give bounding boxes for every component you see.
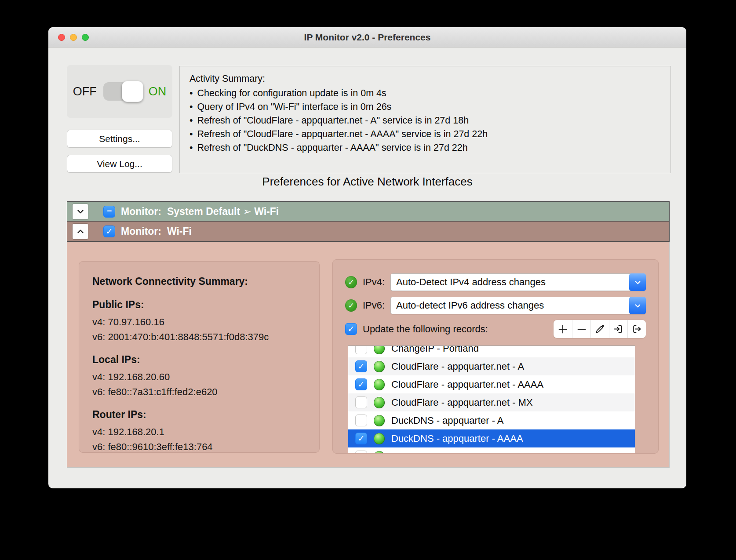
export-records-button[interactable] — [627, 320, 646, 338]
minimize-button[interactable] — [70, 34, 77, 41]
record-row[interactable]: CloudFlare - appquarter.net - AAAA — [348, 375, 635, 393]
record-row[interactable]: DuckDNS - appquarter - A — [348, 411, 635, 429]
zoom-button[interactable] — [82, 34, 89, 41]
wifi-preferences-panel: Network Connectivity Summary: Public IPs… — [67, 242, 670, 468]
record-label: CloudFlare - appquarter.net - A — [391, 361, 524, 372]
status-orb-icon — [374, 345, 385, 354]
status-orb-icon — [374, 379, 385, 390]
power-switch[interactable] — [103, 82, 142, 101]
switch-knob-icon[interactable] — [122, 81, 143, 102]
public-ipv4: v4: 70.97.160.16 — [92, 315, 308, 330]
record-label: ChangeIP - Portland — [391, 345, 479, 354]
settings-button[interactable]: Settings... — [67, 130, 172, 148]
public-ips-label: Public IPs: — [92, 299, 308, 311]
summary-title: Network Connectivity Summary: — [92, 276, 308, 287]
ipv4-method-select[interactable]: Auto-Detect IPv4 address changes — [390, 273, 646, 291]
router-ipv6: v6: fe80::9610:3eff:fe13:764 — [92, 440, 308, 455]
update-records-checkbox[interactable]: ✓ — [345, 323, 357, 335]
monitor-checkbox[interactable] — [103, 206, 115, 218]
import-records-button[interactable] — [609, 320, 627, 338]
view-log-button[interactable]: View Log... — [67, 155, 172, 173]
ipv6-method-select[interactable]: Auto-detect IPv6 address changes — [390, 297, 646, 314]
local-ipv4: v4: 192.168.20.60 — [92, 370, 308, 385]
dropdown-arrow-button[interactable] — [629, 273, 646, 291]
record-checkbox[interactable] — [355, 396, 367, 408]
power-toggle-group: OFF ON — [67, 65, 172, 118]
record-label: DuckDNS - appquarter - A — [391, 415, 504, 426]
edit-record-button[interactable] — [590, 320, 609, 338]
monitor-checkbox[interactable] — [103, 225, 115, 237]
record-row[interactable]: DynDNS - Portland — [348, 447, 635, 453]
chevron-down-icon — [634, 302, 642, 310]
add-record-button[interactable] — [554, 320, 572, 338]
interface-table: Monitor: System Default ➢ Wi-Fi Monitor:… — [67, 201, 670, 468]
title-bar: IP Monitor v2.0 - Preferences — [48, 27, 686, 47]
close-button[interactable] — [58, 34, 65, 41]
dropdown-arrow-button[interactable] — [629, 297, 646, 314]
ipv4-status-ok-icon — [345, 276, 357, 288]
record-label: DynDNS - Portland — [391, 451, 474, 454]
monitor-row-system-default[interactable]: Monitor: System Default ➢ Wi-Fi — [67, 202, 669, 222]
monitor-headers: Monitor: System Default ➢ Wi-Fi Monitor:… — [67, 201, 670, 242]
record-label: CloudFlare - appquarter.net - MX — [391, 397, 533, 408]
record-row[interactable]: CloudFlare - appquarter.net - MX — [348, 393, 635, 411]
off-label: OFF — [73, 85, 97, 98]
local-ipv6: v6: fe80::7a31:c1ff:fed2:e620 — [92, 385, 308, 400]
local-ips-label: Local IPs: — [92, 354, 308, 366]
chevron-down-icon — [634, 278, 642, 287]
status-orb-icon — [374, 415, 385, 426]
import-icon — [613, 324, 624, 335]
page-title: Preferences for Active Network Interface… — [48, 175, 686, 189]
activity-item: Refresh of "CloudFlare - appquarter.net … — [189, 127, 661, 141]
record-checkbox[interactable] — [355, 415, 367, 426]
monitor-row-wifi[interactable]: Monitor: Wi-Fi — [67, 222, 669, 241]
record-checkbox[interactable] — [355, 433, 367, 444]
router-ips-label: Router IPs: — [92, 409, 308, 421]
remove-record-button[interactable] — [572, 320, 590, 338]
traffic-lights — [58, 27, 89, 47]
dns-update-panel: IPv4: Auto-Detect IPv4 address changes I… — [332, 259, 659, 454]
records-toolbar — [554, 320, 646, 338]
monitor-value: System Default ➢ Wi-Fi — [167, 206, 279, 218]
chevron-up-icon — [76, 227, 85, 236]
ipv6-status-ok-icon — [345, 299, 357, 312]
records-list[interactable]: ChangeIP - Portland CloudFlare - appquar… — [348, 345, 635, 453]
plus-icon — [557, 324, 568, 335]
expander-button[interactable] — [73, 224, 88, 239]
record-label: CloudFlare - appquarter.net - AAAA — [391, 379, 543, 390]
record-row[interactable]: DuckDNS - appquarter - AAAA — [348, 429, 635, 447]
window-title: IP Monitor v2.0 - Preferences — [304, 32, 431, 43]
status-orb-icon — [374, 397, 385, 408]
router-ipv4: v4: 192.168.20.1 — [92, 425, 308, 440]
activity-summary-title: Activity Summary: — [189, 72, 661, 86]
monitor-label: Monitor: — [121, 206, 161, 218]
activity-item: Refresh of "DuckDNS - appquarter - AAAA"… — [189, 141, 661, 155]
activity-summary-box: Activity Summary: Checking for configura… — [179, 66, 671, 173]
minus-icon — [576, 324, 587, 335]
connectivity-summary-panel: Network Connectivity Summary: Public IPs… — [79, 261, 320, 453]
on-label: ON — [149, 85, 167, 98]
ipv4-label: IPv4: — [363, 276, 390, 288]
chevron-down-icon — [76, 207, 85, 216]
app-window: IP Monitor v2.0 - Preferences OFF ON Set… — [48, 27, 686, 488]
ipv6-method-value: Auto-detect IPv6 address changes — [391, 300, 544, 311]
public-ipv6: v6: 2001:470:b:401:8848:5571:f0d8:379c — [92, 330, 308, 345]
record-label: DuckDNS - appquarter - AAAA — [391, 433, 523, 444]
activity-item: Refresh of "CloudFlare - appquarter.net … — [189, 114, 661, 127]
activity-item: Query of IPv4 on "Wi-Fi" interface is in… — [189, 100, 661, 114]
record-checkbox[interactable] — [355, 378, 367, 390]
status-orb-icon — [374, 433, 385, 444]
status-orb-icon — [374, 361, 385, 372]
record-checkbox[interactable] — [355, 451, 367, 453]
record-row[interactable]: ChangeIP - Portland — [348, 345, 635, 357]
monitor-value: Wi-Fi — [167, 225, 192, 237]
record-row[interactable]: CloudFlare - appquarter.net - A — [348, 357, 635, 375]
ipv4-method-value: Auto-Detect IPv4 address changes — [391, 276, 546, 288]
status-orb-icon — [374, 451, 385, 454]
record-checkbox[interactable] — [355, 345, 367, 354]
expander-button[interactable] — [73, 204, 88, 219]
monitor-label: Monitor: — [121, 225, 161, 237]
export-icon — [631, 324, 642, 335]
update-records-label: Update the following records: — [363, 324, 488, 335]
record-checkbox[interactable] — [355, 360, 367, 372]
